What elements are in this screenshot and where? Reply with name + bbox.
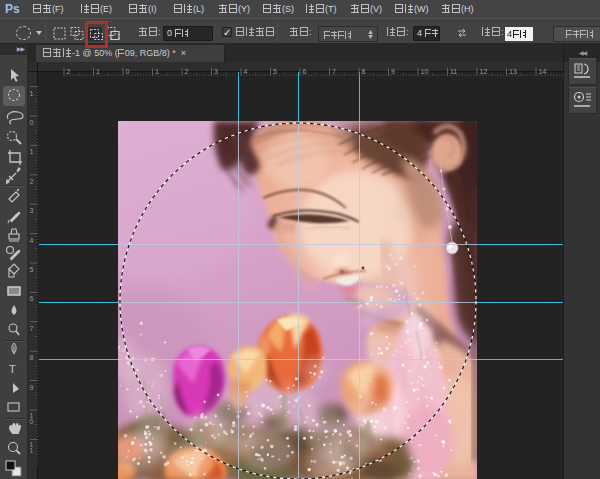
svg-text:1: 1 bbox=[30, 447, 34, 454]
svg-text:6: 6 bbox=[303, 68, 307, 75]
svg-text:6: 6 bbox=[30, 295, 34, 302]
svg-text:0: 0 bbox=[30, 418, 34, 425]
svg-text:14: 14 bbox=[539, 68, 547, 75]
svg-text:1: 1 bbox=[30, 148, 34, 155]
svg-text:0: 0 bbox=[126, 68, 130, 75]
svg-text:13: 13 bbox=[509, 68, 517, 75]
svg-text:4: 4 bbox=[244, 68, 248, 75]
svg-text:8: 8 bbox=[30, 354, 34, 361]
svg-text:7: 7 bbox=[332, 68, 336, 75]
svg-text:4: 4 bbox=[30, 237, 34, 244]
svg-text:T: T bbox=[9, 363, 16, 375]
svg-text:3: 3 bbox=[30, 207, 34, 214]
svg-text:3: 3 bbox=[214, 68, 218, 75]
svg-text:0: 0 bbox=[30, 119, 34, 126]
svg-text:5: 5 bbox=[30, 266, 34, 273]
svg-text:1: 1 bbox=[155, 68, 159, 75]
svg-text:2: 2 bbox=[67, 68, 71, 75]
svg-text:7: 7 bbox=[30, 325, 34, 332]
svg-text:10: 10 bbox=[421, 68, 429, 75]
svg-text:9: 9 bbox=[30, 384, 34, 391]
svg-text:12: 12 bbox=[480, 68, 488, 75]
svg-text:9: 9 bbox=[391, 68, 395, 75]
svg-text:1: 1 bbox=[30, 90, 34, 97]
svg-text:11: 11 bbox=[450, 68, 457, 75]
svg-text:2: 2 bbox=[30, 178, 34, 185]
svg-text:1: 1 bbox=[96, 68, 100, 75]
svg-text:2: 2 bbox=[185, 68, 189, 75]
svg-text:8: 8 bbox=[362, 68, 366, 75]
svg-text:5: 5 bbox=[273, 68, 277, 75]
